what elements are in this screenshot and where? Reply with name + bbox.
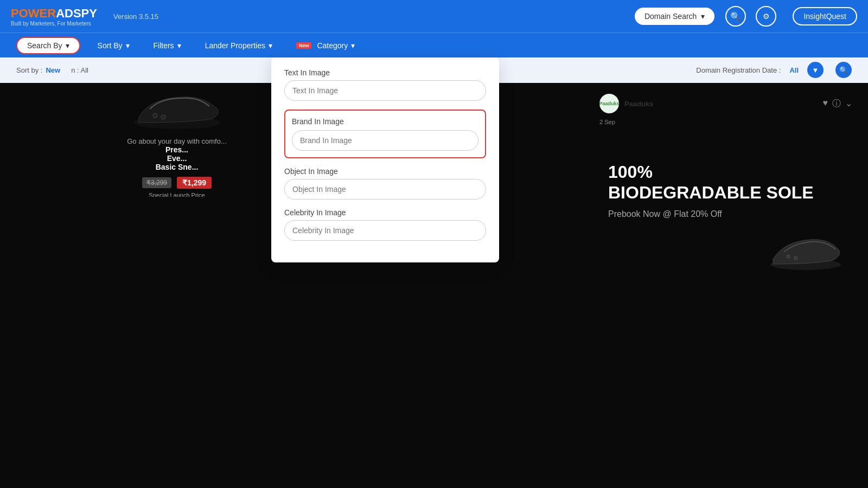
filter-icon-button[interactable]: ⚙ (756, 6, 776, 27)
chevron-icon-3[interactable]: ⌄ (845, 98, 852, 110)
main-navbar: Search By ▾ Sort By ▾ Filters ▾ Lander P… (0, 33, 868, 57)
card1-image: Go about your day with comfo... Pres...E… (43, 88, 311, 197)
object-in-image-label: Object In Image (284, 167, 486, 176)
celebrity-in-image-field: Celebrity In Image (284, 208, 486, 241)
card1-price-new: ₹1,299 (177, 177, 212, 189)
text-in-image-input[interactable] (284, 80, 486, 101)
filter-round-button[interactable]: ▼ (807, 62, 824, 78)
filters-label: Filters (154, 41, 174, 50)
info-icon-3[interactable]: ⓘ (832, 98, 841, 110)
app-header: POWERADSPY Built by Marketers, For Marke… (0, 0, 868, 33)
brand-in-image-section: Brand In Image (284, 110, 486, 158)
search-icon: 🔍 (730, 11, 741, 22)
lander-chevron-icon: ▾ (269, 41, 272, 50)
card1-special-label: Special Launch Price (52, 192, 302, 197)
domain-reg-value[interactable]: All (789, 66, 799, 74)
domain-reg-label: Domain Registration Date : (696, 66, 781, 74)
filters-chevron-icon: ▾ (177, 41, 181, 50)
filter-funnel-icon: ▼ (812, 66, 819, 74)
card3-top-bar: Paaduks Paaduks ♥ ⓘ ⌄ (592, 88, 860, 119)
version-label: Version 3.5.15 (113, 12, 158, 21)
domain-search-button[interactable]: Domain Search (635, 8, 715, 25)
nation-label: n : All (71, 66, 88, 74)
brand-logo-3: Paaduks (599, 94, 619, 113)
search-round-icon: 🔍 (839, 66, 848, 74)
brand-in-image-label: Brand In Image (292, 117, 478, 126)
logo-power: POWER (11, 7, 56, 20)
card1-headline: Go about your day with comfo... (52, 137, 302, 145)
main-search-button[interactable]: 🔍 (725, 6, 746, 27)
svg-point-1 (153, 113, 157, 118)
logo-spy: SPY (73, 7, 97, 20)
logo-ad: AD (56, 7, 73, 20)
svg-point-5 (794, 256, 797, 260)
logo-subtitle: Built by Marketers, For Marketers (11, 21, 97, 27)
card3-headline: 100%BIODEGRADABLE SOLE (608, 162, 814, 203)
lander-properties-button[interactable]: Lander Properties ▾ (199, 38, 279, 53)
filters-button[interactable]: Filters ▾ (147, 38, 188, 53)
card1-sub1: Pres...Eve...Basic Sne... (52, 145, 302, 171)
svg-point-2 (161, 115, 165, 119)
card1-price-old: ₹3,299 (142, 177, 171, 188)
card3-brand-top-text: Paaduks (624, 100, 653, 108)
celebrity-in-image-label: Celebrity In Image (284, 208, 486, 217)
chevron-down-icon (701, 12, 705, 21)
insight-quest-button[interactable]: InsightQuest (793, 7, 857, 25)
lander-properties-label: Lander Properties (205, 41, 265, 50)
search-by-label: Search By (27, 41, 62, 50)
category-label: Category (317, 41, 348, 50)
domain-search-label: Domain Search (644, 12, 697, 21)
search-by-chevron-icon: ▾ (66, 41, 69, 50)
object-in-image-field: Object In Image (284, 167, 486, 200)
category-chevron-icon: ▾ (351, 41, 355, 50)
object-in-image-input[interactable] (284, 179, 486, 200)
card3-date-top: 2 Sep (592, 119, 860, 130)
card3-bio-image: 100%BIODEGRADABLE SOLE Prebook Now @ Fla… (592, 130, 860, 303)
filter-icon: ⚙ (763, 12, 770, 21)
sort-by-button[interactable]: Sort By ▾ (91, 38, 136, 53)
sort-by-text: Sort by : (16, 66, 42, 74)
sort-by-chevron-icon: ▾ (126, 41, 130, 50)
app-logo: POWERADSPY (11, 7, 97, 21)
new-badge: New (296, 42, 312, 49)
card3-image-wrapper: Paaduks Paaduks ♥ ⓘ ⌄ 2 Sep 100%BIODEGRA… (592, 88, 860, 303)
sort-by-label: Sort By (98, 41, 123, 50)
brand-in-image-input[interactable] (292, 130, 478, 151)
filter-bar-right: Domain Registration Date : All ▼ 🔍 (696, 62, 852, 78)
celebrity-in-image-input[interactable] (284, 220, 486, 241)
search-by-button[interactable]: Search By ▾ (16, 37, 80, 54)
category-button[interactable]: New Category ▾ (290, 38, 361, 53)
logo-area: POWERADSPY Built by Marketers, For Marke… (11, 7, 97, 27)
text-in-image-field: Text In Image (284, 68, 486, 101)
card3-sub: Prebook Now @ Flat 20% Off (608, 209, 722, 219)
sort-value[interactable]: New (46, 66, 60, 74)
svg-point-4 (787, 255, 790, 258)
text-in-image-label: Text In Image (284, 68, 486, 77)
category-wrapper: New Category ▾ (290, 38, 372, 53)
card3-top-icons: ♥ ⓘ ⌄ (823, 98, 853, 110)
search-by-dropdown: Text In Image Brand In Image Object In I… (271, 57, 499, 262)
search-round-button[interactable]: 🔍 (835, 62, 852, 78)
heart-icon-3[interactable]: ♥ (823, 98, 828, 110)
